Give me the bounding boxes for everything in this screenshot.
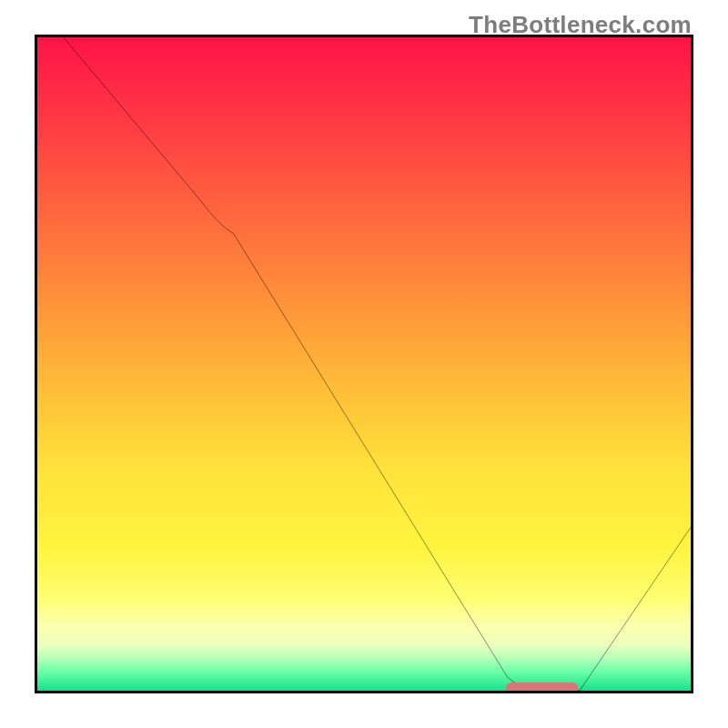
optimum-marker <box>506 682 578 693</box>
bottleneck-curve-svg <box>37 37 691 691</box>
chart-frame: TheBottleneck.com <box>0 0 728 728</box>
bottleneck-curve-path <box>64 37 691 691</box>
plot-area <box>35 35 693 693</box>
